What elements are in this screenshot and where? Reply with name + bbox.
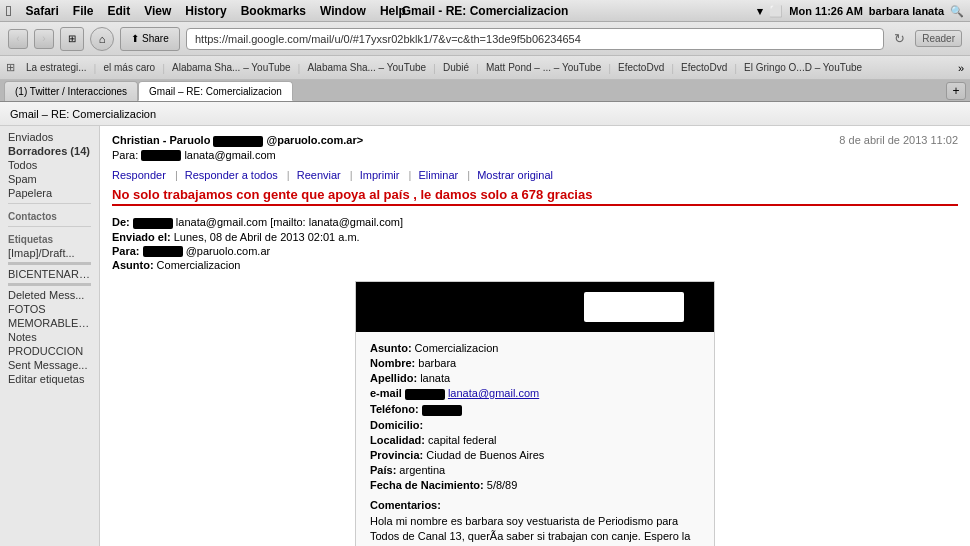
- sidebar-item-spam[interactable]: Spam: [0, 172, 99, 186]
- bookmark-5[interactable]: Matt Pond – ... – YouTube: [481, 60, 606, 75]
- fwd-nombre: Nombre: barbara: [370, 357, 700, 369]
- sidebar-item-todos[interactable]: Todos: [0, 158, 99, 172]
- gmail-title-bar: Gmail – RE: Comercializacion: [0, 102, 970, 126]
- enviado-label: Enviado el:: [112, 231, 171, 243]
- action-responder-todos[interactable]: Responder a todos: [185, 169, 278, 181]
- wifi-icon: ▾: [757, 5, 763, 18]
- fwd-apellido-value: lanata: [420, 372, 450, 384]
- share-button[interactable]: ⬆ Share: [120, 27, 180, 51]
- email-header: Christian - Paruolo @paruolo.com.ar> 8 d…: [112, 134, 958, 161]
- fwd-telefono-redacted: [422, 405, 462, 416]
- home-button[interactable]: ⌂: [90, 27, 114, 51]
- fwd-email-redacted: [405, 387, 445, 399]
- fwd-pais-value: argentina: [399, 464, 445, 476]
- back-button[interactable]: ‹: [8, 29, 28, 49]
- sidebar-label-contactos: Contactos: [0, 207, 99, 223]
- fwd-pais: País: argentina: [370, 464, 700, 476]
- sidebar-item-editar[interactable]: Editar etiquetas: [0, 372, 99, 386]
- action-mostrar-original[interactable]: Mostrar original: [477, 169, 553, 181]
- address-bar[interactable]: https://mail.google.com/mail/u/0/#17yxsr…: [186, 28, 884, 50]
- bookmark-3[interactable]: Alabama Sha... – YouTube: [302, 60, 431, 75]
- bookmark-1[interactable]: el más caro: [98, 60, 160, 75]
- fwd-comments-label: Comentarios:: [370, 499, 700, 511]
- email-detail-sent: Enviado el: Lunes, 08 de Abril de 2013 0…: [112, 231, 958, 243]
- sidebar-item-memorables[interactable]: MEMORABLES MIOS (29): [0, 316, 99, 330]
- apple-menu[interactable]: : [6, 2, 11, 19]
- de-mailto: [mailto: lanata@gmail.com]: [270, 216, 403, 228]
- forwarded-logo: [584, 292, 684, 322]
- fwd-subject: Asunto: Comercializacion: [370, 342, 700, 354]
- history-menu[interactable]: History: [185, 4, 226, 18]
- action-responder[interactable]: Responder: [112, 169, 166, 181]
- bookmarks-menu[interactable]: Bookmarks: [241, 4, 306, 18]
- bookmarks-more[interactable]: »: [958, 62, 964, 74]
- window-title: Gmail - RE: Comercializacion: [402, 4, 569, 18]
- asunto-value: Comercializacion: [157, 259, 241, 271]
- new-tab-button[interactable]: +: [946, 82, 966, 100]
- to-email-redacted: [141, 149, 181, 161]
- fwd-telefono: Teléfono:: [370, 403, 700, 416]
- window-menu[interactable]: Window: [320, 4, 366, 18]
- edit-menu[interactable]: Edit: [108, 4, 131, 18]
- show-all-tabs-button[interactable]: ⊞: [60, 27, 84, 51]
- sidebar-item-fotos[interactable]: FOTOS: [0, 302, 99, 316]
- action-reenviar[interactable]: Reenviar: [297, 169, 341, 181]
- email-content: Christian - Paruolo @paruolo.com.ar> 8 d…: [100, 126, 970, 546]
- fwd-nombre-value: barbara: [418, 357, 456, 369]
- tab-gmail-label: Gmail – RE: Comercializacion: [149, 86, 282, 97]
- to-email: lanata@gmail.com: [184, 149, 275, 161]
- email-detail-from: De: lanata@gmail.com [mailto: lanata@gma…: [112, 216, 958, 229]
- file-menu[interactable]: File: [73, 4, 94, 18]
- email-detail-subject: Asunto: Comercializacion: [112, 259, 958, 271]
- fwd-email-value[interactable]: lanata@gmail.com: [448, 387, 539, 399]
- sidebar-item-imap[interactable]: [Imap]/Draft...: [0, 246, 99, 260]
- fwd-provincia-value: Ciudad de Buenos Aires: [426, 449, 544, 461]
- tab-twitter[interactable]: (1) Twitter / Interacciones: [4, 81, 138, 101]
- fwd-email: e-mail lanata@gmail.com: [370, 387, 700, 400]
- bookmark-8[interactable]: El Gringo O...D – YouTube: [739, 60, 867, 75]
- user-name: barbara lanata: [869, 5, 944, 17]
- sidebar-item-deleted[interactable]: Deleted Mess...: [0, 288, 99, 302]
- sidebar-item-borradores[interactable]: Borradores (14): [0, 144, 99, 158]
- forward-button[interactable]: ›: [34, 29, 54, 49]
- safari-menu[interactable]: Safari: [25, 4, 58, 18]
- reader-button[interactable]: Reader: [915, 30, 962, 47]
- bookmark-6[interactable]: EfectoDvd: [613, 60, 669, 75]
- fwd-subject-label: Asunto:: [370, 342, 412, 354]
- search-icon[interactable]: 🔍: [950, 5, 964, 18]
- sidebar-divider-2: [8, 226, 91, 227]
- sidebar-label-etiquetas: Etiquetas: [0, 230, 99, 246]
- tab-gmail[interactable]: Gmail – RE: Comercializacion: [138, 81, 293, 101]
- bookmark-0[interactable]: La estrategi...: [21, 60, 92, 75]
- view-menu[interactable]: View: [144, 4, 171, 18]
- main-layout: Enviados Borradores (14) Todos Spam Pape…: [0, 126, 970, 546]
- to-label: Para:: [112, 149, 138, 161]
- fwd-nacimiento-value: 5/8/89: [487, 479, 518, 491]
- fwd-pais-label: País:: [370, 464, 396, 476]
- asunto-label: Asunto:: [112, 259, 154, 271]
- sidebar-divider-1: [8, 203, 91, 204]
- fwd-apellido: Apellido: lanata: [370, 372, 700, 384]
- sidebar-item-papelera[interactable]: Papelera: [0, 186, 99, 200]
- sidebar-item-sent[interactable]: Sent Message...: [0, 358, 99, 372]
- sidebar-item-produccion[interactable]: PRODUCCION: [0, 344, 99, 358]
- reload-button[interactable]: ↻: [894, 31, 905, 46]
- tab-twitter-label: (1) Twitter / Interacciones: [15, 86, 127, 97]
- fwd-provincia-label: Provincia:: [370, 449, 423, 461]
- fwd-domicilio: Domicilio:: [370, 419, 700, 431]
- action-imprimir[interactable]: Imprimir: [360, 169, 400, 181]
- email-detail-to: Para: @paruolo.com.ar: [112, 245, 958, 258]
- forwarded-body: Asunto: Comercializacion Nombre: barbara…: [356, 332, 714, 546]
- from-email-redacted: [213, 134, 263, 146]
- sidebar-item-notes[interactable]: Notes: [0, 330, 99, 344]
- sidebar-item-enviados[interactable]: Enviados: [0, 130, 99, 144]
- action-eliminar[interactable]: Eliminar: [418, 169, 458, 181]
- bookmark-2[interactable]: Alabama Sha... – YouTube: [167, 60, 296, 75]
- bookmark-4[interactable]: Dubié: [438, 60, 474, 75]
- sidebar: Enviados Borradores (14) Todos Spam Pape…: [0, 126, 100, 546]
- sidebar-item-bicentenario[interactable]: BICENTENARIO (7): [0, 267, 99, 281]
- fwd-localidad-value: capital federal: [428, 434, 497, 446]
- fwd-provincia: Provincia: Ciudad de Buenos Aires: [370, 449, 700, 461]
- bookmark-7[interactable]: EfectoDvd: [676, 60, 732, 75]
- fwd-email-label: e-mail: [370, 387, 402, 399]
